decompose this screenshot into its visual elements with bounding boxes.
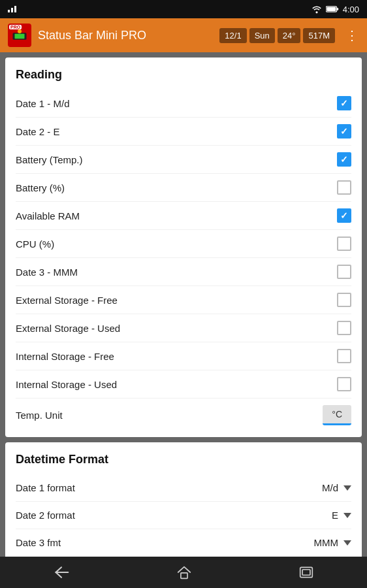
stat-date: 12/1 [219, 28, 246, 43]
row-date1: Date 1 - M/d [16, 90, 351, 118]
checkbox-date3[interactable] [337, 265, 351, 279]
checkbox-date1[interactable] [337, 96, 351, 110]
status-bar: 4:00 [0, 0, 367, 18]
status-bar-left [8, 6, 16, 12]
date2-fmt-dropdown[interactable]: E [332, 510, 351, 521]
checkbox-available-ram[interactable] [337, 208, 351, 223]
row-int-used: Internal Storage - Used [16, 370, 351, 399]
checkbox-int-used[interactable] [337, 377, 351, 391]
status-bar-right: 4:00 [311, 5, 359, 14]
datetime-format-title: Datetime Format [16, 453, 351, 466]
wifi-icon [311, 5, 322, 14]
row-int-used-label: Internal Storage - Used [16, 379, 117, 390]
row-date2-fmt-label: Date 2 format [16, 510, 75, 521]
row-date3-label: Date 3 - MMM [16, 267, 78, 278]
recents-button[interactable] [299, 566, 313, 579]
row-battery-temp-label: Battery (Temp.) [16, 154, 83, 165]
app-icon: PRO [8, 24, 31, 47]
svg-rect-7 [181, 573, 187, 578]
recents-icon [299, 566, 313, 579]
row-battery-pct: Battery (%) [16, 174, 351, 202]
svg-rect-2 [327, 7, 336, 11]
row-battery-pct-label: Battery (%) [16, 182, 65, 193]
row-available-ram-label: Available RAM [16, 210, 80, 221]
app-bar: PRO Status Bar Mini PRO 12/1 Sun 24° 517… [0, 18, 367, 52]
row-temp-unit-label: Temp. Unit [16, 410, 63, 421]
battery-icon [326, 5, 339, 13]
row-ext-used: External Storage - Used [16, 314, 351, 342]
row-date3-fmt-label: Date 3 fmt [16, 537, 61, 548]
row-temp-unit: Temp. Unit °C [16, 399, 351, 432]
row-cpu-pct-label: CPU (%) [16, 238, 54, 250]
app-logo-icon [12, 29, 27, 42]
row-ext-free: External Storage - Free [16, 286, 351, 314]
checkbox-date2[interactable] [337, 124, 351, 139]
row-date1-fmt-label: Date 1 format [16, 482, 75, 493]
svg-rect-1 [336, 8, 338, 10]
row-cpu-pct: CPU (%) [16, 230, 351, 258]
temp-unit-button[interactable]: °C [323, 405, 351, 425]
row-date1-label: Date 1 - M/d [16, 98, 70, 109]
date1-fmt-value: M/d [322, 482, 338, 493]
date3-fmt-dropdown[interactable]: MMM [314, 537, 352, 548]
stat-day: Sun [249, 28, 275, 43]
datetime-format-card: Datetime Format Date 1 format M/d Date 2… [5, 442, 362, 557]
row-int-free: Internal Storage - Free [16, 342, 351, 370]
checkbox-battery-pct[interactable] [337, 180, 351, 195]
date2-fmt-value: E [332, 510, 338, 521]
reading-card: Reading Date 1 - M/d Date 2 - E Battery … [5, 57, 362, 437]
chevron-down-icon [343, 485, 351, 491]
app-bar-stats: 12/1 Sun 24° 517M [219, 28, 335, 43]
stat-ram: 517M [303, 28, 335, 43]
pro-label: PRO [9, 25, 22, 29]
date3-fmt-value: MMM [314, 537, 339, 548]
checkbox-cpu-pct[interactable] [337, 237, 351, 251]
row-int-free-label: Internal Storage - Free [16, 351, 114, 362]
app-title: Status Bar Mini PRO [38, 29, 213, 42]
reading-title: Reading [16, 68, 351, 82]
content-area: Reading Date 1 - M/d Date 2 - E Battery … [0, 52, 367, 557]
row-available-ram: Available RAM [16, 202, 351, 230]
row-ext-used-label: External Storage - Used [16, 323, 120, 334]
row-date2-label: Date 2 - E [16, 126, 60, 137]
row-date3: Date 3 - MMM [16, 258, 351, 286]
overflow-menu-icon[interactable]: ⋮ [345, 27, 359, 43]
nav-bar [0, 557, 367, 588]
back-button[interactable] [54, 566, 69, 579]
row-date1-fmt: Date 1 format M/d [16, 474, 351, 502]
date1-fmt-dropdown[interactable]: M/d [322, 482, 351, 493]
checkbox-ext-used[interactable] [337, 321, 351, 335]
svg-point-5 [18, 29, 22, 33]
row-battery-temp: Battery (Temp.) [16, 146, 351, 174]
back-icon [54, 566, 69, 579]
row-date2-fmt: Date 2 format E [16, 502, 351, 529]
checkbox-battery-temp[interactable] [337, 152, 351, 167]
checkbox-ext-free[interactable] [337, 293, 351, 307]
row-date3-fmt: Date 3 fmt MMM [16, 529, 351, 556]
svg-rect-9 [302, 570, 310, 575]
chevron-down-icon [343, 513, 351, 518]
home-icon [177, 565, 191, 580]
row-date2: Date 2 - E [16, 118, 351, 146]
signal-bars-icon [8, 6, 16, 12]
row-ext-free-label: External Storage - Free [16, 295, 118, 306]
svg-rect-4 [15, 34, 25, 39]
checkbox-int-free[interactable] [337, 349, 351, 363]
stat-temp: 24° [278, 28, 301, 43]
status-time: 4:00 [343, 5, 359, 14]
chevron-down-icon [343, 540, 351, 546]
home-button[interactable] [177, 565, 191, 580]
